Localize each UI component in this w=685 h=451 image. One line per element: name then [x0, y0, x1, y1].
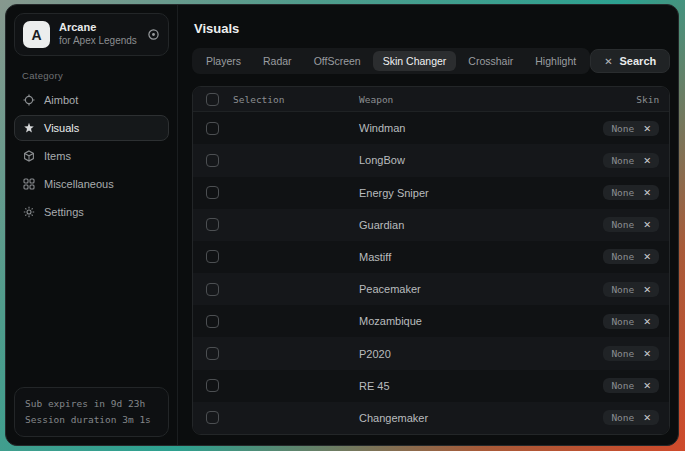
selection-column-header: Selection [233, 94, 359, 105]
sidebar-item-label: Items [44, 150, 71, 162]
sidebar-item-label: Miscellaneous [44, 178, 114, 190]
table-row: RE 45None✕ [193, 370, 669, 402]
search-button-label: Search [620, 55, 657, 67]
sidebar-item-label: Visuals [44, 122, 79, 134]
weapon-name: Energy Sniper [359, 187, 429, 199]
search-button[interactable]: ✕ Search [590, 49, 670, 73]
category-label: Category [22, 70, 169, 81]
app-header-card: A Arcane for Apex Legends [14, 13, 169, 56]
app-window: A Arcane for Apex Legends Category Aimbo… [5, 4, 679, 446]
row-checkbox[interactable] [206, 186, 219, 199]
tab-offscreen[interactable]: OffScreen [304, 51, 371, 71]
table-row: PeacemakerNone✕ [193, 273, 669, 305]
weapon-name: RE 45 [359, 380, 390, 392]
search-icon: ✕ [604, 56, 612, 67]
skin-column-header: Skin [585, 94, 659, 105]
tab-highlight[interactable]: Highlight [525, 51, 586, 71]
table-row: Energy SniperNone✕ [193, 177, 669, 209]
clear-skin-icon[interactable]: ✕ [643, 187, 651, 198]
clear-skin-icon[interactable]: ✕ [643, 380, 651, 391]
tab-radar[interactable]: Radar [253, 51, 302, 71]
sidebar-item-visuals[interactable]: Visuals [14, 115, 169, 141]
row-checkbox[interactable] [206, 283, 219, 296]
skin-value: None [611, 251, 634, 262]
clear-skin-icon[interactable]: ✕ [643, 155, 651, 166]
row-checkbox[interactable] [206, 250, 219, 263]
skin-value: None [611, 155, 634, 166]
weapon-name: Peacemaker [359, 283, 421, 295]
row-checkbox[interactable] [206, 411, 219, 424]
skin-value: None [611, 412, 634, 423]
sidebar-item-label: Aimbot [44, 94, 78, 106]
row-checkbox[interactable] [206, 218, 219, 231]
skin-select[interactable]: None✕ [603, 121, 659, 136]
sidebar-item-miscellaneous[interactable]: Miscellaneous [14, 171, 169, 197]
table-body: WindmanNone✕LongBowNone✕Energy SniperNon… [193, 112, 669, 434]
clear-skin-icon[interactable]: ✕ [643, 348, 651, 359]
skin-select[interactable]: None✕ [603, 410, 659, 425]
weapon-name: LongBow [359, 154, 405, 166]
row-checkbox[interactable] [206, 154, 219, 167]
main-content: Visuals PlayersRadarOffScreenSkin Change… [178, 5, 679, 445]
skin-select[interactable]: None✕ [603, 314, 659, 329]
tab-crosshair[interactable]: Crosshair [458, 51, 523, 71]
row-checkbox[interactable] [206, 122, 219, 135]
weapon-name: Changemaker [359, 412, 428, 424]
tab-bar: PlayersRadarOffScreenSkin ChangerCrossha… [192, 48, 670, 74]
weapon-name: Windman [359, 122, 405, 134]
skin-select[interactable]: None✕ [603, 282, 659, 297]
skin-value: None [611, 219, 634, 230]
table-row: ChangemakerNone✕ [193, 402, 669, 434]
weapon-name: Mastiff [359, 251, 391, 263]
row-checkbox[interactable] [206, 315, 219, 328]
app-subtitle: for Apex Legends [59, 35, 138, 48]
scope-icon[interactable] [147, 28, 160, 41]
skin-value: None [611, 123, 634, 134]
tab-skin-changer[interactable]: Skin Changer [373, 51, 457, 71]
skin-select[interactable]: None✕ [603, 346, 659, 361]
weapon-name: Mozambique [359, 315, 422, 327]
sub-expiry-text: Sub expires in 9d 23h [25, 396, 158, 412]
select-all-checkbox[interactable] [206, 93, 219, 106]
sidebar-item-settings[interactable]: Settings [14, 199, 169, 225]
clear-skin-icon[interactable]: ✕ [643, 219, 651, 230]
table-row: WindmanNone✕ [193, 112, 669, 144]
row-checkbox[interactable] [206, 347, 219, 360]
skin-select[interactable]: None✕ [603, 217, 659, 232]
page-title: Visuals [194, 21, 670, 36]
skin-value: None [611, 284, 634, 295]
tab-players[interactable]: Players [196, 51, 251, 71]
gear-icon [23, 206, 35, 218]
grid-icon [23, 178, 35, 190]
table-row: GuardianNone✕ [193, 209, 669, 241]
sparkle-icon [23, 122, 35, 134]
clear-skin-icon[interactable]: ✕ [643, 284, 651, 295]
table-row: P2020None✕ [193, 337, 669, 369]
session-duration-text: Session duration 3m 1s [25, 412, 158, 428]
sidebar-nav: AimbotVisualsItemsMiscellaneousSettings [14, 87, 169, 227]
sidebar-item-aimbot[interactable]: Aimbot [14, 87, 169, 113]
row-checkbox[interactable] [206, 379, 219, 392]
skin-select[interactable]: None✕ [603, 153, 659, 168]
skin-value: None [611, 316, 634, 327]
weapon-name: P2020 [359, 348, 391, 360]
app-title: Arcane [59, 21, 138, 35]
sidebar-item-label: Settings [44, 206, 84, 218]
skin-select[interactable]: None✕ [603, 378, 659, 393]
sidebar-item-items[interactable]: Items [14, 143, 169, 169]
skin-value: None [611, 348, 634, 359]
skin-value: None [611, 380, 634, 391]
table-header-row: Selection Weapon Skin [193, 87, 669, 112]
clear-skin-icon[interactable]: ✕ [643, 123, 651, 134]
clear-skin-icon[interactable]: ✕ [643, 251, 651, 262]
skin-select[interactable]: None✕ [603, 185, 659, 200]
skin-select[interactable]: None✕ [603, 249, 659, 264]
table-row: MastiffNone✕ [193, 241, 669, 273]
skin-changer-table: Selection Weapon Skin WindmanNone✕LongBo… [192, 86, 670, 435]
sidebar: A Arcane for Apex Legends Category Aimbo… [6, 5, 178, 445]
skin-value: None [611, 187, 634, 198]
crosshair-icon [23, 94, 35, 106]
subscription-status-card: Sub expires in 9d 23h Session duration 3… [14, 387, 169, 437]
clear-skin-icon[interactable]: ✕ [643, 412, 651, 423]
clear-skin-icon[interactable]: ✕ [643, 316, 651, 327]
